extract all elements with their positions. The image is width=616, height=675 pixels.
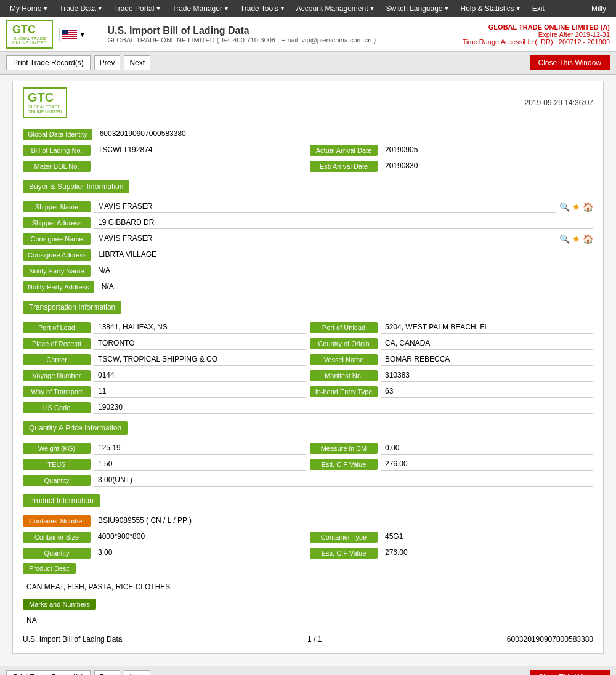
home-icon[interactable]: 🏠 bbox=[583, 202, 593, 212]
chevron-down-icon: ▼ bbox=[280, 6, 285, 12]
search-icon[interactable]: 🔍 bbox=[559, 234, 570, 244]
quantity-value: 3.00(UNT) bbox=[94, 474, 593, 487]
nav-trade-tools[interactable]: Trade Tools ▼ bbox=[235, 2, 290, 15]
way-of-transport-value: 11 bbox=[94, 386, 306, 398]
product-esti-cif-value: 276.00 bbox=[381, 547, 593, 559]
global-data-id-row: Global Data Identity 6003201909070005833… bbox=[23, 128, 593, 140]
product-quantity-label: Quantity bbox=[23, 548, 91, 559]
product-quantity-cif-row: Quantity 3.00 Esti. CIF Value 276.00 bbox=[23, 547, 593, 559]
footer-page: 1 / 1 bbox=[307, 635, 322, 644]
next-button-top[interactable]: Next bbox=[124, 55, 150, 70]
global-data-id-value: 600320190907000583380 bbox=[96, 128, 593, 140]
page-title: U.S. Import Bill of Lading Data bbox=[108, 25, 376, 36]
logo-text: GTC bbox=[12, 23, 47, 36]
chevron-down-icon: ▼ bbox=[516, 6, 521, 12]
notify-name-label: Notify Party Name bbox=[23, 265, 91, 277]
place-of-receipt-value: TORONTO bbox=[94, 338, 306, 350]
print-button-bottom[interactable]: Print Trade Record(s) bbox=[6, 670, 91, 675]
port-of-load-label: Port of Load bbox=[23, 322, 91, 333]
prev-button-bottom[interactable]: Prev bbox=[94, 670, 121, 675]
inbond-entry-value: 63 bbox=[381, 386, 593, 398]
transport-section: Transportation Information bbox=[23, 298, 593, 319]
vessel-name-value: BOMAR REBECCA bbox=[381, 354, 593, 366]
close-button-top[interactable]: Close This Window bbox=[530, 55, 610, 70]
shipper-addr-value: 19 GIBBARD DR bbox=[94, 217, 593, 229]
bol-row: Bill of Lading No. TSCWLT192874 Actual A… bbox=[23, 144, 593, 156]
nav-my-home[interactable]: My Home ▼ bbox=[5, 2, 53, 15]
buyer-supplier-header: Buyer & Supplier Information bbox=[23, 180, 129, 193]
nav-trade-manager[interactable]: Trade Manager ▼ bbox=[167, 2, 234, 15]
hs-code-label: HS Code bbox=[23, 402, 91, 413]
master-bol-label: Mater BOL No. bbox=[23, 161, 91, 172]
container-size-type-row: Container Size 4000*900*800 Container Ty… bbox=[23, 531, 593, 543]
home-icon[interactable]: 🏠 bbox=[583, 234, 593, 244]
action-bar-bottom: Print Trade Record(s) Prev Next Close Th… bbox=[0, 666, 616, 675]
quantity-price-header: Quantity & Price Information bbox=[23, 421, 128, 435]
hs-code-value: 190230 bbox=[94, 402, 593, 414]
shipper-name-row: Shipper Name MAVIS FRASER 🔍 ★ 🏠 bbox=[23, 201, 593, 213]
flag-selector[interactable]: ▼ bbox=[59, 28, 89, 41]
quantity-label: Quantity bbox=[23, 475, 91, 486]
prev-button-top[interactable]: Prev bbox=[94, 55, 121, 70]
nav-user[interactable]: Milly bbox=[586, 2, 611, 15]
marks-section: Marks and Numbers bbox=[23, 599, 593, 612]
nav-exit[interactable]: Exit bbox=[527, 2, 549, 15]
star-icon[interactable]: ★ bbox=[572, 234, 580, 244]
actual-arrival-label: Actual Arrival Date bbox=[310, 145, 378, 156]
nav-trade-portal[interactable]: Trade Portal ▼ bbox=[109, 2, 166, 15]
footer-title: U.S. Import Bill of Lading Data bbox=[23, 635, 122, 644]
port-row: Port of Load 13841, HALIFAX, NS Port of … bbox=[23, 321, 593, 334]
us-flag-icon bbox=[62, 30, 77, 39]
container-size-label: Container Size bbox=[23, 532, 91, 543]
product-esti-cif-label: Esti. CIF Value bbox=[310, 548, 378, 559]
time-range: Time Range Accessible (LDR) : 200712 - 2… bbox=[463, 38, 610, 46]
record-logo-sub: GLOBAL TRADEONLINE LIMITED bbox=[28, 105, 62, 115]
product-info-section: Product Information bbox=[23, 491, 593, 512]
next-button-bottom[interactable]: Next bbox=[124, 670, 150, 675]
weight-value: 125.19 bbox=[94, 442, 306, 455]
voyage-manifest-row: Voyage Number 0144 Manifest No. 310383 bbox=[23, 370, 593, 382]
chevron-down-icon: ▼ bbox=[224, 6, 229, 12]
container-type-value: 45G1 bbox=[381, 531, 593, 543]
header-center: U.S. Import Bill of Lading Data GLOBAL T… bbox=[95, 25, 376, 44]
nav-switch-language[interactable]: Switch Language ▼ bbox=[381, 2, 454, 15]
star-icon[interactable]: ★ bbox=[572, 202, 580, 212]
close-button-bottom[interactable]: Close This Window bbox=[530, 670, 610, 675]
record-header: GTC GLOBAL TRADEONLINE LIMITED 2019-09-2… bbox=[23, 87, 593, 122]
notify-addr-value: N/A bbox=[98, 281, 593, 293]
product-desc-label: Product Desc bbox=[23, 563, 76, 574]
shipper-addr-label: Shipper Address bbox=[23, 217, 91, 228]
carrier-value: TSCW, TROPICAL SHIPPING & CO bbox=[94, 354, 306, 366]
search-icon[interactable]: 🔍 bbox=[559, 202, 570, 212]
record-timestamp: 2019-09-29 14:36:07 bbox=[525, 99, 593, 107]
nav-help-statistics[interactable]: Help & Statistics ▼ bbox=[455, 2, 525, 15]
container-number-value: BSIU9089555 ( CN / L / PP ) bbox=[94, 515, 593, 527]
container-size-value: 4000*900*800 bbox=[94, 531, 306, 543]
action-bar-top: Print Trade Record(s) Prev Next Close Th… bbox=[0, 52, 616, 75]
header-bar: GTC GLOBAL TRADEONLINE LIMITED ▼ U.S. Im… bbox=[0, 17, 616, 52]
weight-label: Weight (KG) bbox=[23, 443, 91, 454]
container-type-label: Container Type bbox=[310, 532, 378, 543]
notify-addr-label: Notify Party Address bbox=[23, 281, 94, 293]
teus-label: TEUS bbox=[23, 459, 91, 470]
logo: GTC GLOBAL TRADEONLINE LIMITED bbox=[6, 20, 53, 49]
action-bar-bottom-left: Print Trade Record(s) Prev Next bbox=[6, 670, 150, 675]
consignee-icons: 🔍 ★ 🏠 bbox=[559, 234, 593, 244]
print-button-top[interactable]: Print Trade Record(s) bbox=[6, 55, 91, 70]
measure-cm-label: Measure in CM bbox=[310, 443, 378, 454]
consignee-addr-label: Consignee Address bbox=[23, 249, 91, 261]
nav-trade-data[interactable]: Trade Data ▼ bbox=[54, 2, 108, 15]
buyer-supplier-section: Buyer & Supplier Information bbox=[23, 177, 593, 198]
voyage-number-value: 0144 bbox=[94, 370, 306, 382]
bol-value: TSCWLT192874 bbox=[94, 144, 306, 156]
expire-date: Expire After 2019-12-31 bbox=[463, 31, 610, 38]
notify-name-value: N/A bbox=[94, 265, 593, 277]
transport-header: Transportation Information bbox=[23, 301, 121, 314]
logo-sub: GLOBAL TRADEONLINE LIMITED bbox=[12, 36, 47, 45]
nav-account-management[interactable]: Account Management ▼ bbox=[291, 2, 380, 15]
product-info-header: Product Information bbox=[23, 494, 100, 507]
port-of-unload-label: Port of Unload bbox=[310, 322, 378, 333]
port-of-unload-value: 5204, WEST PALM BEACH, FL bbox=[381, 321, 593, 334]
consignee-name-value: MAVIS FRASER bbox=[94, 233, 556, 245]
marks-value: NA bbox=[23, 615, 593, 626]
